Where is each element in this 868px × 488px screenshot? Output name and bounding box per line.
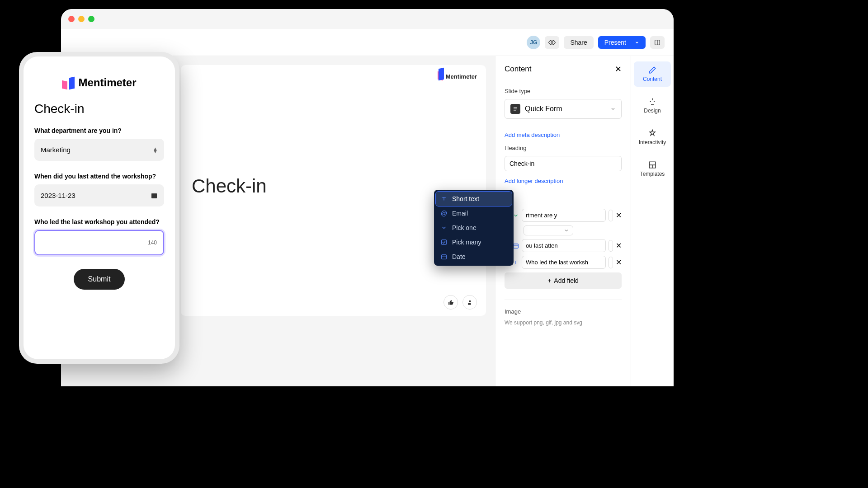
rail-tab-label: Content	[643, 76, 662, 82]
mobile-form-title: Check-in	[34, 102, 164, 116]
mobile-preview: Mentimeter Check-in What department are …	[19, 52, 179, 364]
slide-brand: Mentimeter	[438, 73, 477, 80]
rail-tab-content[interactable]: Content	[634, 61, 671, 87]
remove-field-button[interactable]: ✕	[616, 257, 622, 268]
person-icon	[467, 300, 473, 305]
rail-tab-templates[interactable]: Templates	[634, 156, 671, 182]
menu-item-label: Email	[452, 210, 468, 217]
add-field-button[interactable]: + Add field	[505, 272, 622, 289]
rail-tab-label: Interactivity	[639, 139, 666, 145]
field-type-option-pick-many[interactable]: Pick many	[436, 235, 512, 249]
form-field-row-0: ⋮⋮ ✕	[505, 209, 622, 222]
plus-icon: +	[547, 277, 551, 284]
mobile-q1-label: What department are you in?	[34, 127, 164, 134]
add-longer-description-link[interactable]: Add longer description	[505, 178, 622, 184]
select-arrows-icon: ▲▼	[153, 147, 158, 153]
image-section-sublabel: We support png, gif, jpg and svg	[505, 319, 622, 326]
field-type-option-pick-one[interactable]: Pick one	[436, 221, 512, 235]
user-avatar[interactable]: JG	[527, 36, 540, 49]
remove-field-button[interactable]: ✕	[616, 210, 622, 221]
rail-tab-interactivity[interactable]: Interactivity	[634, 125, 671, 150]
templates-icon	[648, 161, 656, 169]
share-button[interactable]: Share	[564, 36, 593, 49]
pick-one-icon	[513, 210, 519, 221]
mobile-q3-label: Who led the last workshop you attended?	[34, 218, 164, 225]
text-icon	[513, 257, 519, 268]
layout-button[interactable]	[650, 36, 665, 49]
calendar-icon	[151, 192, 158, 199]
svg-point-0	[551, 42, 553, 43]
remove-field-button[interactable]: ✕	[616, 240, 622, 251]
close-window-button[interactable]	[68, 16, 75, 22]
field-label-input[interactable]	[522, 239, 606, 252]
minimize-window-button[interactable]	[78, 16, 85, 22]
mentimeter-logo-icon	[438, 74, 444, 80]
form-icon	[510, 104, 520, 114]
panel-title: Content	[505, 65, 532, 74]
menu-item-label: Date	[452, 253, 466, 260]
field-label-input[interactable]	[522, 209, 606, 222]
field-type-option-date[interactable]: Date	[436, 249, 512, 264]
add-field-label: Add field	[554, 277, 578, 284]
present-dropdown[interactable]	[630, 40, 639, 45]
present-label: Present	[604, 39, 626, 46]
add-meta-description-link[interactable]: Add meta description	[505, 131, 622, 138]
heading-input[interactable]	[505, 156, 622, 171]
mobile-brand: Mentimeter	[34, 76, 164, 89]
mobile-q2-date-input[interactable]: 2023-11-23	[34, 184, 164, 206]
thumbs-up-button[interactable]	[443, 295, 458, 310]
field-options-expand[interactable]	[524, 225, 573, 235]
field-required-toggle[interactable]	[609, 240, 613, 252]
slide-type-value: Quick Form	[525, 105, 606, 113]
field-required-toggle[interactable]	[609, 210, 613, 221]
image-section-label: Image	[505, 308, 622, 315]
mobile-screen: Mentimeter Check-in What department are …	[24, 56, 175, 359]
mobile-q2-label: When did you last attend the workshop?	[34, 173, 164, 180]
svg-rect-7	[514, 244, 519, 248]
properties-panel: Content ✕ Slide type Quick Form Add meta…	[495, 56, 631, 386]
titlebar	[61, 9, 674, 29]
field-type-option-short-text[interactable]: Short text	[436, 192, 512, 206]
checkbox-icon	[440, 239, 448, 245]
mobile-brand-text: Mentimeter	[78, 76, 136, 89]
mobile-q2-value: 2023-11-23	[41, 192, 75, 199]
mobile-q1-select[interactable]: Marketing ▲▼	[34, 139, 164, 161]
mobile-q3-text-input[interactable]: 140	[34, 230, 164, 255]
chevron-down-icon	[635, 40, 639, 45]
eye-icon	[548, 39, 556, 46]
at-icon: @	[440, 210, 448, 217]
menu-item-label: Short text	[452, 195, 479, 202]
participants-button[interactable]	[462, 295, 477, 310]
menu-item-label: Pick many	[452, 239, 481, 246]
svg-rect-12	[442, 240, 447, 245]
slide-title: Check-in	[192, 175, 475, 197]
field-required-toggle[interactable]	[609, 257, 613, 268]
rail-tab-design[interactable]: Design	[634, 93, 671, 118]
chevron-down-icon	[440, 225, 448, 231]
mobile-q3-counter: 140	[148, 239, 157, 246]
form-field-row-1: ⋮⋮ ✕	[505, 239, 622, 252]
chevron-down-icon	[610, 106, 616, 112]
mobile-submit-button[interactable]: Submit	[74, 269, 125, 290]
traffic-lights	[68, 16, 94, 22]
maximize-window-button[interactable]	[88, 16, 94, 22]
slide-brand-label: Mentimeter	[446, 73, 477, 80]
slide-type-select[interactable]: Quick Form	[505, 99, 622, 119]
field-type-option-email[interactable]: @ Email	[436, 206, 512, 221]
preview-button[interactable]	[545, 36, 559, 49]
right-rail: Content Design Interactivity Templates	[631, 56, 674, 386]
svg-rect-6	[514, 110, 516, 111]
close-panel-button[interactable]: ✕	[615, 64, 622, 74]
field-label-input[interactable]	[522, 256, 606, 269]
image-section: Image We support png, gif, jpg and svg	[505, 300, 622, 326]
slide-type-label: Slide type	[505, 88, 622, 94]
layout-icon	[654, 39, 660, 46]
rail-tab-label: Templates	[640, 171, 665, 177]
heading-label: Heading	[505, 145, 622, 151]
present-button[interactable]: Present	[598, 36, 646, 49]
design-icon	[648, 98, 656, 106]
thumbs-up-icon	[448, 300, 454, 305]
panel-header: Content ✕	[505, 64, 622, 74]
date-icon	[513, 240, 519, 251]
svg-rect-16	[151, 193, 157, 195]
